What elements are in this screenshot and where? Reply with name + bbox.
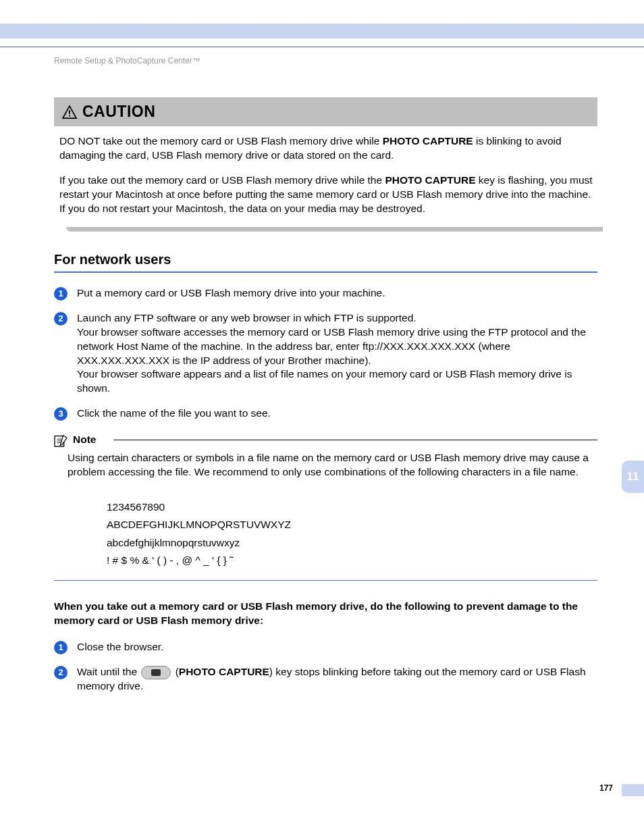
steps-list-b: 1 Close the browser. 2 Wait until the (P… — [54, 640, 597, 694]
header-accent-bar — [0, 24, 644, 38]
note-end-rule — [54, 580, 597, 581]
step-text: Wait until the (PHOTO CAPTURE) key stops… — [77, 666, 586, 692]
step-text: Launch any FTP software or any web brows… — [77, 312, 586, 394]
steps-list-a: 1 Put a memory card or USB Flash memory … — [54, 286, 597, 421]
page-content: Remote Setup & PhotoCapture Center™ CAUT… — [54, 55, 597, 706]
step-marker-icon: 2 — [54, 312, 68, 325]
step-3: 3 Click the name of the file you want to… — [54, 407, 597, 421]
step-text: Click the name of the file you want to s… — [77, 407, 271, 419]
charset-digits: 1234567890 — [107, 498, 597, 516]
step-text: Put a memory card or USB Flash memory dr… — [77, 287, 385, 298]
caution-heading-bar: CAUTION — [54, 97, 597, 126]
note-heading: Note — [54, 433, 597, 447]
svg-rect-1 — [69, 115, 70, 116]
photo-capture-key-icon — [141, 666, 171, 679]
step-marker-icon: 3 — [54, 407, 68, 421]
allowed-characters-block: 1234567890 ABCDEFGHIJKLMNOPQRSTUVWXYZ ab… — [107, 498, 597, 569]
charset-symbols: ! # $ % & ' ( ) - , @ ^ _ ' { } ˜ — [107, 552, 597, 569]
section-heading: For network users — [54, 251, 597, 269]
text: ( — [172, 666, 178, 677]
chapter-tab: 11 — [622, 461, 644, 493]
note-icon — [54, 434, 69, 447]
caution-body: DO NOT take out the memory card or USB F… — [54, 134, 597, 216]
note-body: Using certain characters or symbols in a… — [68, 451, 597, 479]
photo-capture-term: PHOTO CAPTURE — [385, 174, 475, 186]
step-1: 1 Put a memory card or USB Flash memory … — [54, 286, 597, 301]
note-head-rule — [113, 440, 597, 440]
text: DO NOT take out the memory card or USB F… — [59, 135, 383, 147]
step-2: 2 Launch any FTP software or any web bro… — [54, 311, 597, 396]
page-number: 177 — [599, 783, 613, 793]
header-rule — [0, 47, 644, 47]
text: If you take out the memory card or USB F… — [59, 174, 385, 186]
caution-end-bar — [66, 227, 603, 232]
step-marker-icon: 1 — [54, 287, 68, 301]
photo-capture-term: PHOTO CAPTURE — [383, 135, 473, 147]
step-b1: 1 Close the browser. — [54, 640, 597, 654]
warning-icon — [62, 105, 77, 119]
page-number-accent — [622, 784, 644, 796]
step-text: Close the browser. — [77, 641, 163, 652]
note-label: Note — [73, 433, 96, 447]
step-marker-icon: 2 — [54, 666, 68, 679]
photo-capture-term: PHOTO CAPTURE — [179, 666, 269, 677]
text: Wait until the — [77, 666, 140, 677]
running-header: Remote Setup & PhotoCapture Center™ — [54, 55, 597, 66]
step-b2: 2 Wait until the (PHOTO CAPTURE) key sto… — [54, 665, 597, 694]
removal-instruction-heading: When you take out a memory card or USB F… — [54, 600, 597, 628]
charset-upper: ABCDEFGHIJKLMNOPQRSTUVWXYZ — [107, 516, 597, 533]
step-marker-icon: 1 — [54, 641, 68, 654]
caution-paragraph-2: If you take out the memory card or USB F… — [59, 174, 597, 216]
caution-paragraph-1: DO NOT take out the memory card or USB F… — [59, 134, 597, 163]
section-rule — [54, 271, 597, 273]
charset-lower: abcdefghijklmnopqrstuvwxyz — [107, 534, 597, 552]
caution-title: CAUTION — [82, 101, 155, 122]
svg-rect-0 — [69, 110, 70, 113]
